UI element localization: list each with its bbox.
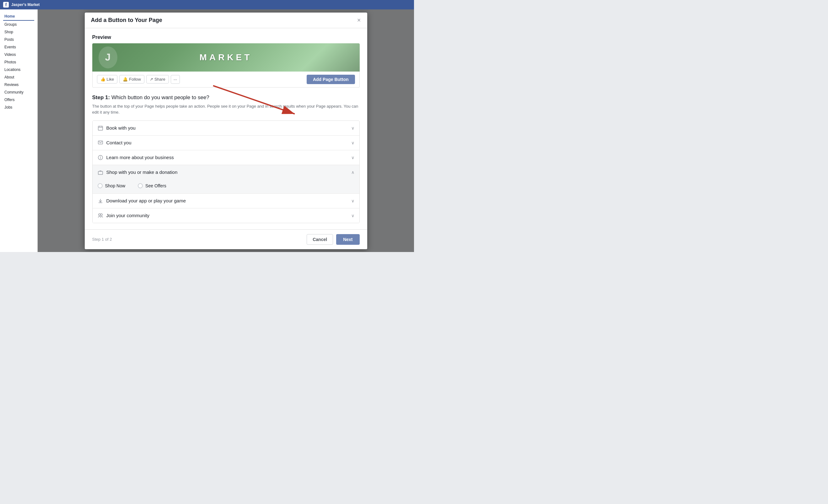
preview-label: Preview (92, 35, 360, 40)
modal-title: Add a Button to Your Page (91, 17, 162, 24)
message-icon (97, 140, 103, 145)
modal-footer: Step 1 of 2 Cancel Next (85, 229, 367, 249)
svg-point-9 (100, 156, 101, 157)
sidebar-item-events[interactable]: Events (3, 43, 34, 51)
option-download[interactable]: Download your app or play your game ∨ (93, 194, 359, 208)
step-description: The button at the top of your Page helps… (92, 103, 360, 116)
shop-now-label: Shop Now (105, 183, 126, 188)
add-button-modal: Add a Button to Your Page × Preview J (85, 12, 367, 249)
main-content: Add a Button to Your Page × Preview J (38, 9, 414, 252)
info-icon (97, 155, 103, 160)
sidebar-item-groups[interactable]: Groups (3, 21, 34, 28)
option-shop-chevron: ∧ (351, 170, 355, 175)
option-book-label: Book with you (107, 125, 136, 131)
modal-overlay: Add a Button to Your Page × Preview J (38, 9, 414, 252)
sub-option-shop-now[interactable]: Shop Now (97, 183, 126, 188)
sidebar: Home Groups Shop Posts Events Videos Pho… (0, 9, 38, 252)
shop-icon (97, 169, 103, 175)
radio-see-offers[interactable] (138, 183, 143, 188)
download-icon (97, 198, 103, 204)
svg-point-14 (100, 214, 102, 216)
preview-share-button[interactable]: ↗ Share (146, 75, 169, 83)
sidebar-item-locations[interactable]: Locations (3, 66, 34, 74)
sidebar-item-reviews[interactable]: Reviews (3, 81, 34, 88)
cancel-button[interactable]: Cancel (307, 234, 333, 245)
svg-rect-10 (98, 171, 102, 174)
facebook-background: f Jasper's Market Home Groups Shop Posts… (0, 0, 414, 252)
sidebar-item-jobs[interactable]: Jobs (3, 103, 34, 111)
svg-rect-2 (98, 126, 102, 130)
calendar-icon (97, 125, 103, 131)
option-download-chevron: ∨ (351, 198, 355, 203)
shop-sub-options: Shop Now See Offers (93, 179, 359, 194)
option-shop-label: Shop with you or make a donation (107, 169, 178, 175)
option-contact[interactable]: Contact you ∨ (93, 135, 359, 150)
footer-buttons: Cancel Next (307, 234, 359, 245)
sub-option-see-offers[interactable]: See Offers (138, 183, 166, 188)
step-section: Step 1: Which button do you want people … (92, 94, 360, 223)
topbar: f Jasper's Market (0, 0, 414, 9)
share-icon: ↗ (150, 77, 153, 82)
svg-point-13 (98, 214, 100, 216)
modal-header: Add a Button to Your Page × (85, 12, 367, 28)
option-learn-chevron: ∨ (351, 155, 355, 160)
option-shop[interactable]: Shop with you or make a donation ∧ (93, 165, 359, 179)
preview-follow-button[interactable]: 🔔 Follow (119, 75, 144, 83)
next-button[interactable]: Next (336, 234, 359, 245)
close-button[interactable]: × (357, 17, 361, 23)
option-contact-label: Contact you (107, 140, 131, 145)
preview-more-button[interactable]: ··· (171, 75, 180, 84)
options-list: Book with you ∨ (92, 121, 360, 223)
svg-rect-6 (98, 141, 102, 144)
option-learn[interactable]: Learn more about your business ∨ (93, 150, 359, 165)
option-contact-chevron: ∨ (351, 140, 355, 145)
fb-logo: f (3, 2, 9, 7)
sidebar-item-videos[interactable]: Videos (3, 51, 34, 58)
option-download-label: Download your app or play your game (107, 198, 186, 203)
sidebar-item-posts[interactable]: Posts (3, 36, 34, 43)
preview-banner: J MARKET (92, 43, 360, 72)
page-name-topbar: Jasper's Market (11, 2, 40, 7)
step-indicator: Step 1 of 2 (92, 237, 112, 242)
preview-banner-text: MARKET (200, 52, 252, 62)
option-community-label: Join your community (107, 213, 150, 218)
preview-like-button[interactable]: 👍 Like (97, 75, 118, 83)
thumb-up-icon: 👍 (100, 77, 106, 82)
preview-actions: 👍 Like 🔔 Follow ↗ Share (92, 72, 360, 88)
preview-add-page-button[interactable]: Add Page Button (307, 75, 355, 84)
sidebar-item-about[interactable]: About (3, 74, 34, 81)
radio-shop-now[interactable] (97, 183, 102, 188)
follow-icon: 🔔 (123, 77, 128, 82)
preview-container: J MARKET 👍 Like 🔔 (92, 43, 360, 88)
option-community-chevron: ∨ (351, 213, 355, 218)
sidebar-item-offers[interactable]: Offers (3, 96, 34, 103)
option-book[interactable]: Book with you ∨ (93, 121, 359, 135)
sidebar-item-photos[interactable]: Photos (3, 58, 34, 66)
sidebar-item-community[interactable]: Community (3, 88, 34, 96)
option-community[interactable]: Join your community ∨ (93, 208, 359, 223)
option-learn-label: Learn more about your business (107, 155, 174, 160)
option-book-chevron: ∨ (351, 126, 355, 131)
modal-body: Preview J MARKET 👍 (85, 28, 367, 229)
step-title: Step 1: Which button do you want people … (92, 94, 360, 101)
see-offers-label: See Offers (145, 183, 166, 188)
community-icon (97, 213, 103, 218)
sidebar-item-home[interactable]: Home (3, 12, 34, 21)
sidebar-item-shop[interactable]: Shop (3, 28, 34, 36)
